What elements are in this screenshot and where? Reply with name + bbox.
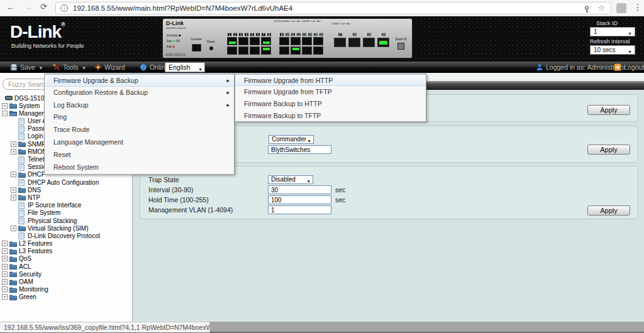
form-label-hold-time-100-255: Hold Time (100-255)	[148, 195, 209, 204]
key-icon[interactable]	[583, 4, 591, 12]
collapse-minus-icon[interactable]: −	[2, 111, 8, 116]
tree-item-physical-stacking[interactable]: Physical Stacking	[0, 217, 133, 224]
submenu-item-firmware-upgrade-from-tftp[interactable]: Firmware Upgrade from TFTP	[235, 86, 426, 98]
submenu-item-firmware-upgrade-from-http[interactable]: Firmware Upgrade from HTTP	[235, 74, 426, 86]
status-url-bubble: 192.168.5.55/www/iss/369_copyfile.html?4…	[0, 322, 210, 332]
apply-button-2[interactable]: Apply	[587, 145, 630, 155]
expand-plus-icon[interactable]: +	[2, 103, 8, 109]
logout-button[interactable]: Logout	[614, 63, 644, 72]
extension-icon[interactable]	[616, 3, 626, 13]
page-icon	[18, 202, 26, 209]
port-legend-2: 1000M ▪ Link ▪ Act	[331, 23, 350, 25]
tree-item-l3-features[interactable]: +L3 Features	[0, 248, 133, 255]
rj45-port-9	[279, 37, 289, 45]
menu-item-trace-route[interactable]: Trace Route	[45, 124, 234, 136]
tree-item-dns[interactable]: +DNS	[0, 186, 133, 194]
submenu-item-firmware-backup-to-http[interactable]: Firmware Backup to HTTP	[235, 98, 426, 110]
tools-menu-button[interactable]: Tools▼	[53, 63, 86, 72]
page-info-icon[interactable]: i	[60, 4, 68, 12]
tree-item-monitoring[interactable]: +Monitoring	[0, 286, 133, 293]
menu-item-label: Firmware Backup to TFTP	[244, 112, 321, 119]
menu-item-log-backup[interactable]: Log Backup▸	[45, 99, 234, 112]
address-bar[interactable]: i 192.168.5.55/www/main.html?RpWebID=N7M…	[55, 2, 611, 14]
expand-plus-icon[interactable]: +	[11, 172, 16, 177]
tree-item-l2-features[interactable]: +L2 Features	[0, 240, 133, 248]
tree-item-label: NTP	[28, 194, 40, 202]
tree-item-ip-source-interface[interactable]: IP Source Interface	[0, 202, 133, 209]
submenu-arrow-icon: ▸	[226, 75, 230, 87]
url-text: 192.168.5.55/www/main.html?RpWebID=N7M4b…	[73, 4, 292, 12]
hold-time-100-255-input[interactable]	[268, 195, 331, 204]
tree-item-file-system[interactable]: File System	[0, 209, 133, 217]
folder-icon	[18, 148, 26, 155]
switch-front-panel: D-Link SmartPro Switch DGS-1510-20 Conso…	[162, 18, 413, 58]
menu-item-firmware-upgrade-backup[interactable]: Firmware Upgrade & Backup▸	[45, 74, 234, 87]
back-icon[interactable]: ←	[6, 2, 15, 12]
tree-item-oam[interactable]: +OAM	[0, 278, 133, 286]
expand-plus-icon[interactable]: +	[2, 256, 8, 261]
trap-state-select[interactable]: Disabled▼	[268, 175, 313, 184]
save-icon	[10, 63, 18, 71]
stack-id-select[interactable]: 1▼	[590, 27, 635, 36]
tree-item-security[interactable]: +Security	[0, 270, 133, 278]
expand-plus-icon[interactable]: +	[2, 279, 8, 285]
apply-button-1[interactable]: Apply	[587, 105, 630, 115]
banner: D-Link® Building Networks for People D-L…	[0, 16, 644, 62]
tree-item-ntp[interactable]: +NTP	[0, 194, 133, 201]
port-number-20: 20	[382, 33, 386, 36]
tree-item-label: Security	[19, 271, 42, 278]
registered-mark: ®	[61, 21, 65, 28]
tree-item-d-link-discovery-protocol[interactable]: D-Link Discovery Protocol	[0, 232, 133, 239]
role-state-select[interactable]: Commander▼	[269, 135, 314, 144]
forward-icon[interactable]: →	[24, 2, 33, 12]
management-vlan-1-4094-input[interactable]	[268, 205, 331, 214]
save-menu[interactable]: Save▼	[10, 63, 43, 72]
apply-button-3[interactable]: Apply	[587, 205, 630, 216]
expand-plus-icon[interactable]: +	[11, 149, 16, 155]
menu-item-ping[interactable]: Ping	[45, 111, 234, 124]
expand-plus-icon[interactable]: +	[11, 141, 16, 147]
language-select[interactable]: English▼	[165, 62, 205, 72]
tree-item-dhcp-auto-configuration[interactable]: DHCP Auto Configuration	[0, 178, 133, 186]
rj45-port-3	[238, 37, 248, 45]
tree-item-qos[interactable]: +QoS	[0, 255, 133, 263]
refresh-interval-select[interactable]: 10 secs▼	[590, 45, 635, 55]
reload-icon[interactable]: ⟳	[40, 2, 47, 11]
port-number-12: 12	[297, 33, 301, 36]
expand-plus-icon[interactable]: +	[11, 226, 16, 231]
expand-plus-icon[interactable]: +	[2, 287, 8, 292]
unit-suffix: sec	[335, 185, 345, 194]
menu-item-reset[interactable]: Reset	[45, 149, 234, 161]
expand-plus-icon[interactable]: +	[2, 271, 8, 277]
expand-plus-icon[interactable]: +	[11, 187, 16, 193]
interval-30-90-input[interactable]	[268, 185, 331, 194]
menu-item-reboot-system[interactable]: Reboot System	[45, 161, 234, 174]
wizard-menu[interactable]: Wizard	[94, 63, 125, 72]
submenu-item-firmware-backup-to-tftp[interactable]: Firmware Backup to TFTP	[235, 110, 426, 122]
expand-plus-icon[interactable]: +	[11, 195, 16, 200]
tree-item-virtual-stacking-sim[interactable]: +Virtual Stacking (SIM)	[0, 224, 133, 232]
folder-icon	[9, 110, 17, 116]
bookmark-star-icon[interactable]: ☆	[597, 3, 605, 13]
expand-plus-icon[interactable]: +	[2, 294, 8, 300]
tree-item-acl[interactable]: +ACL	[0, 263, 133, 270]
port-number-9: 9	[280, 33, 284, 36]
tree-item-green[interactable]: +Green	[0, 293, 133, 301]
expand-plus-icon[interactable]: +	[2, 264, 8, 270]
stack-id-label: Stack ID	[596, 20, 618, 26]
expand-plus-icon[interactable]: +	[2, 241, 8, 246]
menu-item-label: Log Backup	[53, 101, 88, 109]
firmware-submenu: Firmware Upgrade from HTTPFirmware Upgra…	[235, 74, 426, 122]
folder-icon	[9, 287, 17, 293]
rj45-port-2	[227, 46, 237, 55]
expand-plus-icon[interactable]: +	[2, 248, 8, 254]
panel-model: DGS-1510-20	[165, 53, 185, 57]
wizard-icon	[94, 63, 102, 71]
menu-item-language-management[interactable]: Language Management	[45, 136, 234, 149]
menu-item-label: Firmware Upgrade from HTTP	[244, 77, 333, 84]
group-name-input[interactable]	[268, 145, 331, 154]
browser-menu-icon[interactable]: ⋮	[633, 2, 642, 12]
menu-item-label: Firmware Upgrade from TFTP	[244, 88, 332, 96]
menu-item-configuration-restore-backup[interactable]: Configuration Restore & Backup▸	[45, 87, 234, 99]
globe-help-icon	[140, 63, 147, 71]
